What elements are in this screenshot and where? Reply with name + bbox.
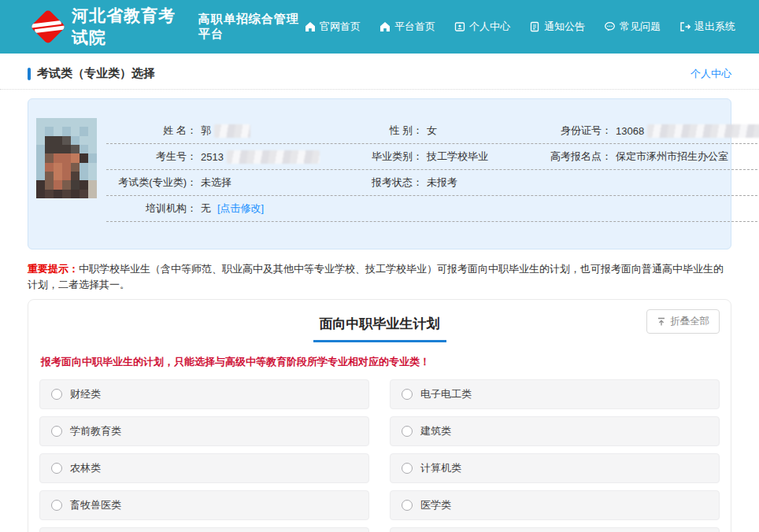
option-architecture[interactable]: 建筑类 bbox=[390, 416, 720, 446]
option-finance[interactable]: 财经类 bbox=[39, 379, 369, 409]
collapse-up-icon bbox=[657, 317, 666, 327]
training-org-label: 培训机构： bbox=[106, 201, 197, 216]
info-row: 考试类(专业类)：未选择 报考状态：未报考 bbox=[106, 170, 759, 196]
nav-label: 通知公告 bbox=[544, 20, 585, 34]
nav-label: 退出系统 bbox=[694, 20, 735, 34]
gender-value: 女 bbox=[427, 124, 437, 138]
redacted-exam-no bbox=[227, 150, 320, 164]
status-label: 报考状态： bbox=[358, 175, 423, 190]
plan-tip: 报考面向中职毕业生的计划，只能选择与高级中等教育阶段所学专业相对应的专业类！ bbox=[41, 355, 718, 369]
exam-cat-label: 考试类(专业类)： bbox=[106, 175, 197, 190]
nav-personal-center[interactable]: 个人中心 bbox=[454, 20, 510, 34]
important-notice: 重要提示：中职学校毕业生（含中等师范、职业高中及其他中等专业学校、技工学校毕业）… bbox=[28, 261, 731, 292]
radio-icon[interactable] bbox=[402, 463, 413, 474]
nav-site-home[interactable]: 官网首页 bbox=[305, 20, 361, 34]
nav-platform-home[interactable]: 平台首页 bbox=[380, 20, 435, 34]
grad-type-label: 毕业类别： bbox=[358, 150, 423, 164]
info-row: 姓 名：郭 性 别：女 身份证号：13068 bbox=[106, 118, 759, 144]
option-mechanical[interactable]: 机械类 bbox=[39, 527, 369, 532]
option-agriculture-forestry[interactable]: 农林类 bbox=[39, 453, 369, 483]
option-medical[interactable]: 医学类 bbox=[390, 490, 720, 520]
logout-icon bbox=[679, 21, 691, 32]
exam-cat-value: 未选择 bbox=[201, 175, 231, 190]
personal-center-link[interactable]: 个人中心 bbox=[691, 67, 731, 81]
info-row: 考生号：2513 毕业类别：技工学校毕业 高考报名点：保定市涿州市招生办公室 bbox=[106, 144, 759, 170]
option-tourism[interactable]: 旅游类 bbox=[390, 527, 720, 532]
main-nav: 官网首页 平台首页 个人中心 通知公告 常见问题 退出系统 bbox=[305, 20, 735, 34]
brand-title: 河北省教育考试院 bbox=[72, 5, 189, 49]
app-header: 河北省教育考试院 高职单招综合管理平台 官网首页 平台首页 个人中心 通知公告 … bbox=[0, 0, 759, 54]
radio-icon[interactable] bbox=[402, 389, 413, 400]
grad-type-value: 技工学校毕业 bbox=[427, 150, 488, 164]
option-computer[interactable]: 计算机类 bbox=[390, 453, 720, 483]
option-animal-husbandry[interactable]: 畜牧兽医类 bbox=[39, 490, 369, 520]
redacted-id-number bbox=[647, 124, 759, 138]
training-org-value: 无 bbox=[201, 201, 211, 216]
status-value: 未报考 bbox=[427, 175, 457, 190]
brand-subtitle: 高职单招综合管理平台 bbox=[198, 12, 305, 42]
collapse-all-label: 折叠全部 bbox=[670, 315, 709, 328]
gender-label: 性 别： bbox=[358, 124, 423, 138]
option-electronics[interactable]: 电子电工类 bbox=[390, 379, 720, 409]
radio-icon[interactable] bbox=[51, 463, 62, 474]
candidate-info-panel: 姓 名：郭 性 别：女 身份证号：13068 考生号：2513 毕业类别：技工学… bbox=[28, 98, 731, 249]
nav-notices[interactable]: 通知公告 bbox=[529, 20, 585, 34]
brand-logo-icon bbox=[30, 9, 65, 44]
exam-no-label: 考生号： bbox=[106, 150, 197, 164]
vocational-plan-card: 面向中职毕业生计划 折叠全部 报考面向中职毕业生的计划，只能选择与高级中等教育阶… bbox=[28, 299, 731, 532]
nav-label: 常见问题 bbox=[620, 20, 661, 34]
nav-label: 官网首页 bbox=[320, 20, 361, 34]
id-number-value: 13068 bbox=[616, 125, 644, 137]
major-options: 财经类 电子电工类 学前教育类 建筑类 农林类 计算机类 畜牧兽医类 医学类 机… bbox=[39, 379, 720, 532]
radio-icon[interactable] bbox=[51, 500, 62, 511]
notice-icon bbox=[529, 21, 540, 32]
nav-label: 平台首页 bbox=[394, 20, 435, 34]
notice-text: 中职学校毕业生（含中等师范、职业高中及其他中等专业学校、技工学校毕业）可报考面向… bbox=[28, 263, 724, 290]
exam-no-value: 2513 bbox=[201, 151, 224, 163]
section-title: 面向中职毕业生计划 bbox=[313, 315, 446, 342]
reg-point-value: 保定市涿州市招生办公室 bbox=[616, 150, 728, 164]
nav-logout[interactable]: 退出系统 bbox=[679, 20, 735, 34]
page-title: 考试类（专业类）选择 bbox=[37, 66, 155, 81]
radio-icon[interactable] bbox=[402, 500, 413, 511]
radio-icon[interactable] bbox=[402, 426, 413, 437]
candidate-info-rows: 姓 名：郭 性 别：女 身份证号：13068 考生号：2513 毕业类别：技工学… bbox=[106, 118, 759, 222]
notice-label: 重要提示： bbox=[28, 263, 79, 275]
name-value: 郭 bbox=[201, 124, 211, 138]
id-number-label: 身份证号： bbox=[539, 124, 612, 138]
candidate-photo bbox=[36, 118, 97, 198]
home-icon bbox=[380, 21, 391, 32]
title-accent-bar bbox=[28, 68, 31, 80]
option-preschool-education[interactable]: 学前教育类 bbox=[39, 416, 369, 446]
user-card-icon bbox=[454, 21, 465, 32]
page-title-bar: 考试类（专业类）选择 个人中心 bbox=[0, 54, 759, 90]
question-icon bbox=[604, 21, 616, 32]
radio-icon[interactable] bbox=[51, 389, 62, 400]
home-icon bbox=[305, 21, 316, 32]
reg-point-label: 高考报名点： bbox=[539, 150, 612, 164]
redacted-name bbox=[214, 124, 250, 138]
info-row: 培训机构：无[点击修改] bbox=[106, 196, 759, 222]
radio-icon[interactable] bbox=[51, 426, 62, 437]
nav-faq[interactable]: 常见问题 bbox=[604, 20, 661, 34]
name-label: 姓 名： bbox=[106, 124, 197, 138]
collapse-all-button[interactable]: 折叠全部 bbox=[646, 309, 720, 334]
brand: 河北省教育考试院 高职单招综合管理平台 bbox=[35, 5, 305, 49]
nav-label: 个人中心 bbox=[469, 20, 510, 34]
edit-training-link[interactable]: [点击修改] bbox=[217, 201, 264, 216]
